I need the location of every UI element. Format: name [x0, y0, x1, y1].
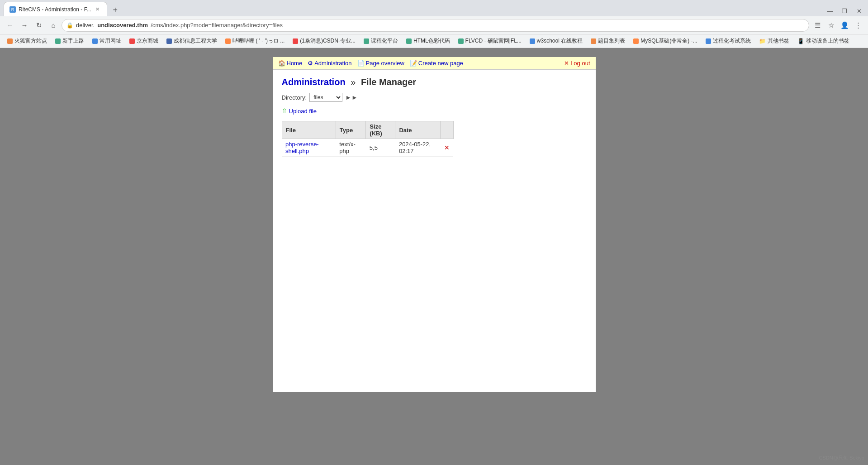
home-button[interactable]: ⌂ [47, 19, 60, 32]
nav-administration-link[interactable]: ⚙ Administration [308, 60, 351, 67]
bookmark-other[interactable]: 📁 其他书签 [755, 36, 793, 46]
directory-label: Directory: [282, 94, 307, 101]
bookmark-w3school[interactable]: w3school 在线教程 [526, 36, 586, 46]
bookmark-label: 常用网址 [100, 37, 121, 45]
table-row: php-reverse-shell.php text/x-php 5,5 202… [282, 139, 453, 157]
nav-logout-link[interactable]: ✕ Log out [564, 60, 590, 67]
bookmark-favicon [633, 38, 639, 44]
bookmark-label: (1条消息)CSDN-专业... [300, 37, 356, 45]
nav-create-page-link[interactable]: 📝 Create new page [410, 60, 463, 67]
file-delete-cell: ✕ [441, 139, 453, 157]
bookmark-label: 成都信息工程大学 [174, 37, 217, 45]
bookmark-label: FLVCD - 硕鼠官网|FL... [465, 37, 522, 45]
bookmark-foxsites[interactable]: 火狐官方站点 [4, 36, 51, 46]
minimize-button[interactable]: — [825, 5, 835, 16]
file-name-cell: php-reverse-shell.php [282, 139, 336, 157]
nav-page-overview-label: Page overview [366, 60, 404, 67]
upload-icon: ⇧ [282, 107, 287, 115]
active-tab[interactable]: R RiteCMS - Administration - F... ✕ [4, 2, 107, 16]
bookmark-favicon [92, 38, 98, 44]
star-button[interactable]: ☆ [825, 19, 837, 32]
bookmark-jd[interactable]: 京东商城 [126, 36, 162, 46]
account-button[interactable]: 👤 [838, 19, 851, 32]
window-controls: — ❐ ✕ [825, 5, 864, 16]
watermark: CSDN@只鱼 Sekiyo [819, 455, 864, 461]
bookmark-label: w3school 在线教程 [537, 37, 583, 45]
address-bar[interactable]: 🔒 deliver.undiscovered.thm/cms/index.php… [62, 19, 809, 32]
page-title-section: File Manager [361, 77, 416, 87]
col-file: File [282, 121, 336, 139]
bookmark-folder-icon: 📱 [797, 38, 804, 44]
refresh-button[interactable]: ↻ [33, 19, 45, 32]
bookmark-bilibili[interactable]: 哔哩哔哩 ( ' - ')っロ ... [222, 36, 288, 46]
bookmark-problem-list[interactable]: 题目集列表 [587, 36, 629, 46]
page-title: Administration » File Manager [282, 77, 587, 87]
col-date: Date [395, 121, 441, 139]
directory-arrows: ►► [345, 94, 358, 101]
col-size: Size (KB) [366, 121, 395, 139]
bookmark-newbie[interactable]: 新手上路 [52, 36, 88, 46]
bookmark-favicon [364, 38, 369, 44]
admin-icon: ⚙ [308, 60, 313, 67]
cms-navigation: 🏠 Home ⚙ Administration 📄 Page overview … [273, 57, 596, 70]
page-title-arrow: » [351, 77, 356, 87]
restore-button[interactable]: ❐ [839, 5, 850, 16]
bookmark-label: 移动设备上的书签 [806, 37, 849, 45]
bookmark-cuit[interactable]: 成都信息工程大学 [163, 36, 221, 46]
url-path: /cms/index.php?mode=filemanager&director… [151, 22, 283, 29]
nav-right-controls: ☰ ☆ 👤 ⋮ [811, 19, 864, 32]
bookmark-favicon [166, 38, 172, 44]
page-body: Administration » File Manager Directory:… [273, 70, 596, 164]
forward-button[interactable]: → [18, 19, 31, 32]
nav-home-link[interactable]: 🏠 Home [278, 60, 303, 67]
bookmark-favicon [129, 38, 135, 44]
bookmark-mysql[interactable]: MySQL基础(非常全) -... [630, 36, 701, 46]
bookmark-mobile[interactable]: 📱 移动设备上的书签 [794, 36, 853, 46]
bookmarks-bar: 火狐官方站点 新手上路 常用网址 京东商城 成都信息工程大学 哔哩哔哩 ( ' … [0, 34, 868, 48]
nav-page-overview-link[interactable]: 📄 Page overview [357, 60, 404, 67]
extensions-button[interactable]: ☰ [811, 19, 824, 32]
file-table-body: php-reverse-shell.php text/x-php 5,5 202… [282, 139, 453, 157]
directory-row: Directory: files images uploads ►► [282, 93, 587, 102]
create-page-icon: 📝 [410, 60, 417, 67]
menu-button[interactable]: ⋮ [852, 19, 864, 32]
nav-create-page-label: Create new page [418, 60, 463, 67]
tab-close-button[interactable]: ✕ [94, 6, 101, 13]
home-icon: 🏠 [278, 60, 285, 67]
new-tab-button[interactable]: + [109, 4, 122, 16]
bookmark-common[interactable]: 常用网址 [89, 36, 125, 46]
url-prefix: deliver. [76, 22, 95, 29]
bookmark-label: 哔哩哔哩 ( ' - ')っロ ... [232, 37, 285, 45]
bookmark-label: 京东商城 [137, 37, 158, 45]
bookmark-label: 过程化考试系统 [713, 37, 751, 45]
bookmark-favicon [591, 38, 596, 44]
bookmark-flvcd[interactable]: FLVCD - 硕鼠官网|FL... [455, 36, 525, 46]
tab-bar: R RiteCMS - Administration - F... ✕ + — … [0, 0, 868, 16]
file-type-cell: text/x-php [336, 139, 366, 157]
back-button[interactable]: ← [4, 19, 16, 32]
bookmark-course[interactable]: 课程化平台 [360, 36, 402, 46]
close-button[interactable]: ✕ [854, 5, 864, 16]
bookmark-label: 其他书签 [768, 37, 789, 45]
bookmark-label: HTML色彩代码 [413, 37, 450, 45]
bookmark-favicon [458, 38, 464, 44]
page-overview-icon: 📄 [357, 60, 365, 67]
bookmark-csdn[interactable]: (1条消息)CSDN-专业... [289, 36, 359, 46]
bookmark-label: 新手上路 [62, 37, 84, 45]
bookmark-favicon [7, 38, 13, 44]
bookmark-favicon [225, 38, 231, 44]
url-domain: undiscovered.thm [97, 22, 148, 29]
table-header: File Type Size (KB) Date [282, 121, 453, 139]
page-container: 🏠 Home ⚙ Administration 📄 Page overview … [273, 57, 596, 392]
security-icon: 🔒 [66, 22, 73, 29]
delete-file-button[interactable]: ✕ [444, 144, 450, 151]
nav-logout-label: Log out [570, 60, 590, 67]
bookmark-exam[interactable]: 过程化考试系统 [702, 36, 754, 46]
file-table: File Type Size (KB) Date php-reverse-she… [282, 121, 454, 157]
page-wrapper: 🏠 Home ⚙ Administration 📄 Page overview … [0, 48, 868, 401]
upload-file-link[interactable]: ⇧ Upload file [282, 107, 587, 115]
file-link[interactable]: php-reverse-shell.php [285, 141, 319, 154]
tab-title: RiteCMS - Administration - F... [19, 6, 91, 13]
bookmark-html-color[interactable]: HTML色彩代码 [403, 36, 454, 46]
directory-select[interactable]: files images uploads [309, 93, 342, 102]
